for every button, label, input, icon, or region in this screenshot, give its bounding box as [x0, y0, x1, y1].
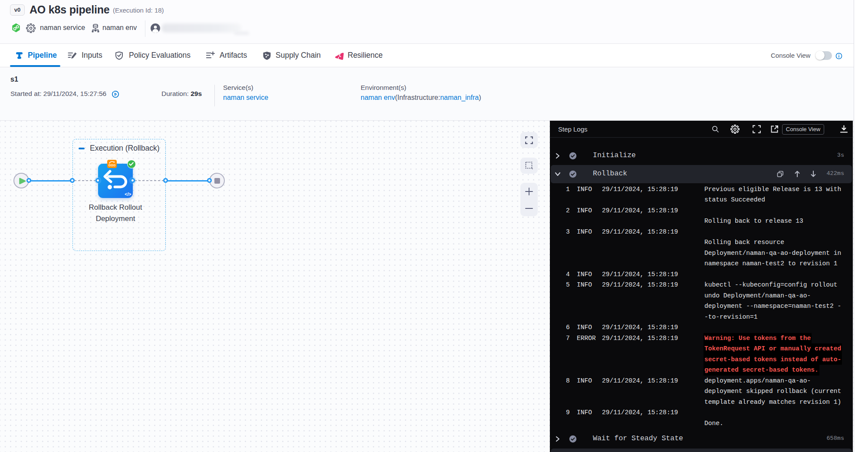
svg-text:</>: </> — [125, 191, 131, 197]
